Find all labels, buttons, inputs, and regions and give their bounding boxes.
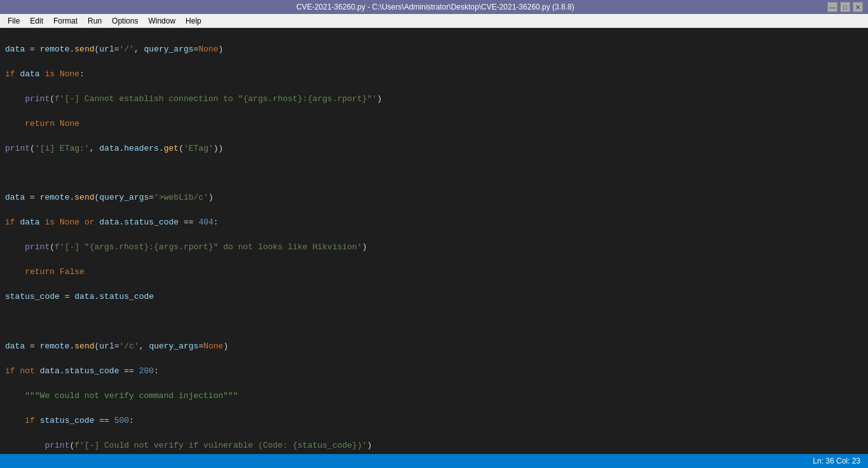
window-title: CVE-2021-36260.py - C:\Users\Administrat… [43,3,827,11]
menu-edit[interactable]: Edit [25,15,48,27]
title-bar: CVE-2021-36260.py - C:\Users\Administrat… [0,0,868,14]
menu-help[interactable]: Help [180,15,207,27]
menu-bar: File Edit Format Run Options Window Help [0,14,868,28]
menu-run[interactable]: Run [83,15,107,27]
minimize-button[interactable]: — [827,2,837,12]
window-controls[interactable]: — □ ✕ [827,2,863,12]
code-editor[interactable]: data = remote.send(url='/', query_args=N… [0,28,868,454]
maximize-button[interactable]: □ [840,2,850,12]
close-button[interactable]: ✕ [853,2,863,12]
menu-window[interactable]: Window [143,15,180,27]
status-bar: Ln: 36 Col: 23 [0,454,868,468]
menu-format[interactable]: Format [48,15,83,27]
code-content: data = remote.send(url='/', query_args=N… [5,31,868,454]
menu-options[interactable]: Options [107,15,143,27]
menu-file[interactable]: File [3,15,25,27]
cursor-position: Ln: 36 Col: 23 [813,457,860,465]
